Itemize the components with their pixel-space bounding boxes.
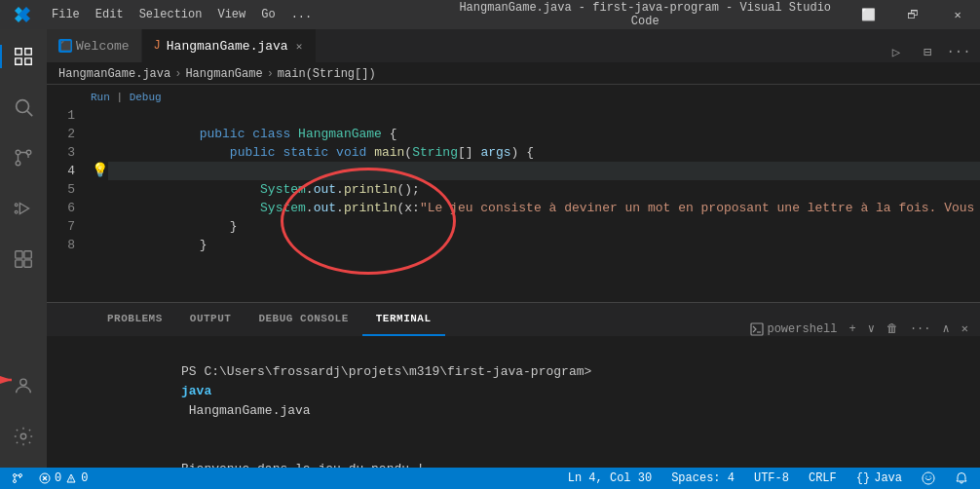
activity-search[interactable]	[0, 84, 47, 131]
breadcrumb-class[interactable]: HangmanGame	[185, 67, 262, 81]
gutter-6	[91, 199, 108, 217]
more-actions-icon[interactable]: ···	[945, 41, 972, 62]
status-right: Ln 4, Col 30 Spaces: 4 UTF-8 CRLF {} Jav…	[564, 468, 980, 489]
code-line-5: 5 System.out.println(x:"Le jeu consiste …	[47, 180, 980, 199]
panel-area: PROBLEMS OUTPUT DEBUG CONSOLE TERMINAL p…	[47, 302, 980, 468]
gutter-8	[91, 236, 108, 254]
tab-close-icon[interactable]: ✕	[294, 38, 305, 55]
activity-settings[interactable]	[0, 413, 47, 460]
run-action-icon[interactable]: ▷	[883, 41, 910, 62]
debug-link[interactable]: Debug	[130, 92, 162, 103]
tab-hangman[interactable]: J HangmanGame.java ✕	[142, 29, 318, 62]
svg-rect-8	[24, 251, 31, 258]
activity-extensions[interactable]	[0, 236, 47, 282]
terminal-prompt-1: PS C:\Users\frossardj\projets\m319\first…	[181, 364, 591, 379]
panel-tab-debug-console[interactable]: DEBUG CONSOLE	[245, 302, 361, 336]
svg-point-26	[929, 475, 930, 476]
terminal-shell-label: powershell	[767, 322, 837, 336]
line-ending: CRLF	[809, 471, 837, 485]
terminal-content[interactable]: PS C:\Users\frossardj\projets\m319\first…	[47, 337, 980, 468]
activity-account[interactable]	[0, 362, 47, 409]
menu-view[interactable]: View	[209, 0, 253, 29]
line-content-2: public static void main(String[] args) {	[108, 125, 980, 143]
menu-file[interactable]: File	[44, 0, 88, 29]
run-link[interactable]: Run	[91, 92, 110, 103]
status-feedback[interactable]	[918, 468, 939, 489]
svg-rect-7	[16, 251, 22, 258]
status-eol[interactable]: CRLF	[805, 468, 841, 489]
code-editor[interactable]: Run | Debug 1 public class HangmanGame {…	[47, 85, 980, 302]
line-num-4: 4	[47, 162, 91, 180]
status-source-control[interactable]	[8, 468, 27, 489]
status-language[interactable]: {} Java	[852, 468, 906, 489]
code-line-3: 3 System.out.println(x:"Bienvenue dans l…	[47, 143, 980, 162]
menu-selection[interactable]: Selection	[132, 0, 210, 29]
activity-bar	[0, 29, 47, 468]
language-mode: {}	[856, 471, 870, 485]
line-num-8: 8	[47, 236, 91, 254]
indent-spaces: Spaces: 4	[671, 471, 735, 485]
split-terminal-icon[interactable]: ∨	[864, 321, 879, 336]
tab-welcome[interactable]: ⬛ Welcome	[47, 29, 142, 62]
status-bar: 0 0 Ln 4, Col 30 Spaces: 4 UTF-8 CRLF {}…	[0, 468, 980, 489]
terminal-output-1: Bienvenue dans le jeu du pendu !	[181, 462, 425, 468]
terminal-args: HangmanGame.java	[181, 403, 311, 418]
warning-count: 0	[81, 471, 88, 485]
activity-explorer[interactable]	[0, 33, 47, 80]
status-errors[interactable]: 0 0	[35, 468, 92, 489]
line-content-5: System.out.println(x:"Le jeu consiste à …	[108, 180, 980, 199]
panel-tab-output[interactable]: OUTPUT	[176, 302, 245, 336]
activity-source-control[interactable]	[0, 134, 47, 181]
status-encoding[interactable]: UTF-8	[750, 468, 793, 489]
svg-rect-9	[16, 260, 22, 267]
close-panel-icon[interactable]: ✕	[958, 321, 972, 336]
breadcrumb-method[interactable]: main(String[])	[278, 67, 376, 81]
menu-more[interactable]: ...	[283, 0, 320, 29]
close-button[interactable]: ✕	[935, 0, 980, 29]
svg-point-18	[14, 480, 17, 483]
status-position[interactable]: Ln 4, Col 30	[564, 468, 656, 489]
line-num-7: 7	[47, 217, 91, 236]
error-count: 0	[55, 471, 61, 485]
gutter-3	[91, 143, 108, 162]
minimize-button[interactable]: ⬜	[846, 0, 890, 29]
panel-tabs: PROBLEMS OUTPUT DEBUG CONSOLE TERMINAL p…	[47, 303, 980, 337]
svg-point-24	[71, 481, 72, 482]
maximize-button[interactable]: 🗗	[890, 0, 935, 29]
breadcrumb-sep2: ›	[267, 67, 274, 81]
code-line-2: 2 public static void main(String[] args)…	[47, 125, 980, 143]
line-content-1: public class HangmanGame {	[108, 106, 980, 125]
app-icon	[0, 7, 44, 22]
panel-tab-problems[interactable]: PROBLEMS	[94, 302, 176, 336]
breadcrumb-file[interactable]: HangmanGame.java	[58, 67, 170, 81]
collapse-panel-icon[interactable]: ∧	[939, 321, 954, 336]
menu-go[interactable]: Go	[253, 0, 283, 29]
gutter-1	[91, 106, 108, 125]
status-spaces[interactable]: Spaces: 4	[667, 468, 738, 489]
delete-terminal-icon[interactable]: 🗑	[883, 321, 902, 336]
svg-point-2	[16, 150, 20, 155]
gutter-7	[91, 217, 108, 236]
tab-hangman-label: HangmanGame.java	[167, 39, 288, 54]
activity-run-debug[interactable]	[0, 185, 47, 232]
tab-bar: ⬛ Welcome J HangmanGame.java ✕ ▷ ⊟ ···	[47, 29, 980, 63]
breadcrumb-sep1: ›	[174, 67, 181, 81]
gutter-5	[91, 180, 108, 199]
menu-edit[interactable]: Edit	[88, 0, 132, 29]
editor-area: ⬛ Welcome J HangmanGame.java ✕ ▷ ⊟ ··· H…	[47, 29, 980, 468]
panel-tab-terminal[interactable]: TERMINAL	[362, 302, 445, 336]
terminal-command: java	[181, 384, 211, 398]
activity-bottom	[0, 362, 47, 468]
line-content-4: System.out.println();	[108, 162, 980, 180]
new-terminal-icon[interactable]: +	[845, 322, 859, 336]
terminal-more-icon[interactable]: ···	[906, 322, 935, 336]
lightbulb-icon[interactable]: 💡	[91, 162, 108, 180]
terminal-line-1: PS C:\Users\frossardj\projets\m319\first…	[105, 343, 968, 440]
split-editor-icon[interactable]: ⊟	[914, 41, 941, 62]
line-num-1: 1	[47, 106, 91, 125]
svg-point-17	[14, 474, 17, 477]
code-line-1: 1 public class HangmanGame {	[47, 106, 980, 125]
status-bell[interactable]	[951, 468, 972, 489]
codelens-bar: Run | Debug	[47, 89, 980, 106]
java-file-icon: J	[154, 39, 161, 53]
